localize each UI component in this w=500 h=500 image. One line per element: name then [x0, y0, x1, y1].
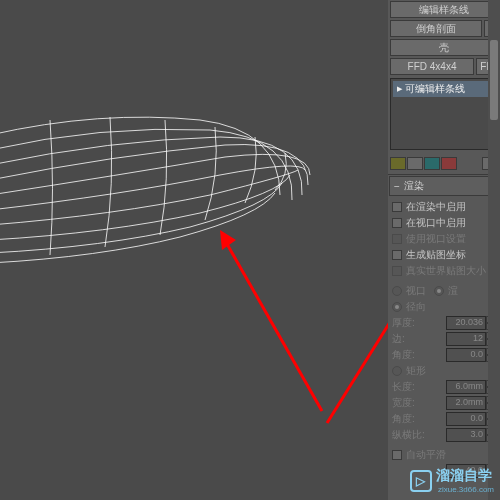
- real-world-checkbox: [392, 266, 402, 276]
- rectangular-radio: [392, 366, 402, 376]
- thickness-label: 厚度:: [392, 316, 419, 330]
- separator: [388, 174, 500, 175]
- r-angle-input: 0.0: [446, 412, 486, 426]
- width-label: 宽度:: [392, 396, 419, 410]
- r-angle-label: 角度:: [392, 412, 419, 426]
- scrollbar-thumb[interactable]: [490, 40, 498, 120]
- angle-row: 角度: 0.0 ▲▼: [392, 347, 496, 363]
- use-viewport-settings-row: 使用视口设置: [392, 231, 496, 247]
- viewport-radio-row: 视口: [392, 283, 426, 299]
- ffd-button[interactable]: FFD 4x4x4: [390, 58, 474, 75]
- auto-smooth-label: 自动平滑: [406, 448, 446, 462]
- length-row: 长度: 6.0mm ▲▼: [392, 379, 496, 395]
- enable-in-viewport-row[interactable]: 在视口中启用: [392, 215, 496, 231]
- sides-label: 边:: [392, 332, 409, 346]
- aspect-label: 纵横比:: [392, 428, 429, 442]
- render-radio: [434, 286, 444, 296]
- spline-wireframe: [0, 75, 388, 335]
- real-world-row: 真实世界贴图大小: [392, 263, 496, 279]
- modifier-stack-item[interactable]: 可编辑样条线: [393, 81, 495, 97]
- render-radio-row: 渲: [434, 283, 458, 299]
- enable-in-render-row[interactable]: 在渲染中启用: [392, 199, 496, 215]
- render-rollout-body: 在渲染中启用 在视口中启用 使用视口设置 生成贴图坐标 真实世界贴图大小 视口 …: [388, 197, 500, 483]
- sides-row: 边: 12 ▲▼: [392, 331, 496, 347]
- edit-spline-button[interactable]: 编辑样条线: [390, 1, 498, 18]
- real-world-label: 真实世界贴图大小: [406, 264, 486, 278]
- render-rollout-title: 渲染: [404, 179, 424, 193]
- gen-mapping-label: 生成贴图坐标: [406, 248, 466, 262]
- make-unique-icon[interactable]: [424, 157, 440, 170]
- gen-mapping-row[interactable]: 生成贴图坐标: [392, 247, 496, 263]
- play-icon: ▷: [410, 470, 432, 492]
- width-input: 2.0mm: [446, 396, 486, 410]
- watermark-url: zixue.3d66.com: [438, 485, 494, 494]
- panel-scrollbar[interactable]: [488, 0, 500, 500]
- shell-button[interactable]: 壳: [390, 39, 498, 56]
- auto-smooth-row: 自动平滑: [392, 447, 496, 463]
- aspect-row: 纵横比: 3.0 ▲▼: [392, 427, 496, 443]
- modifier-stack[interactable]: 可编辑样条线: [390, 78, 498, 150]
- modifier-stack-item-label: 可编辑样条线: [405, 82, 465, 96]
- modifier-panel: 编辑样条线 倒角剖面 壳 FFD 4x4x4 FN 可编辑样条线 渲染 在渲染中…: [388, 0, 500, 500]
- aspect-input: 3.0: [446, 428, 486, 442]
- enable-in-render-label: 在渲染中启用: [406, 200, 466, 214]
- viewport-radio-label: 视口: [406, 284, 426, 298]
- thickness-input: 20.036: [446, 316, 486, 330]
- sides-input: 12: [446, 332, 486, 346]
- radial-radio-row: 径向: [392, 299, 496, 315]
- length-input: 6.0mm: [446, 380, 486, 394]
- remove-modifier-icon[interactable]: [441, 157, 457, 170]
- pin-stack-icon[interactable]: [390, 157, 406, 170]
- radial-radio: [392, 302, 402, 312]
- length-label: 长度:: [392, 380, 419, 394]
- render-rollout-header[interactable]: 渲染: [389, 176, 499, 196]
- radial-label: 径向: [406, 300, 426, 314]
- gen-mapping-checkbox[interactable]: [392, 250, 402, 260]
- enable-in-render-checkbox[interactable]: [392, 202, 402, 212]
- rectangular-label: 矩形: [406, 364, 426, 378]
- viewport-3d[interactable]: [0, 0, 388, 500]
- angle-input: 0.0: [446, 348, 486, 362]
- stack-toolbar: [388, 154, 500, 173]
- chamfer-button[interactable]: 倒角剖面: [390, 20, 482, 37]
- render-radio-label: 渲: [448, 284, 458, 298]
- thickness-row: 厚度: 20.036 ▲▼: [392, 315, 496, 331]
- watermark-text: 溜溜自学: [436, 467, 494, 485]
- enable-in-viewport-label: 在视口中启用: [406, 216, 466, 230]
- show-end-result-icon[interactable]: [407, 157, 423, 170]
- viewport-radio: [392, 286, 402, 296]
- auto-smooth-checkbox: [392, 450, 402, 460]
- angle-label: 角度:: [392, 348, 419, 362]
- r-angle-row: 角度: 0.0 ▲▼: [392, 411, 496, 427]
- watermark: ▷ 溜溜自学 zixue.3d66.com: [410, 467, 494, 494]
- use-viewport-settings-label: 使用视口设置: [406, 232, 466, 246]
- use-viewport-settings-checkbox: [392, 234, 402, 244]
- width-row: 宽度: 2.0mm ▲▼: [392, 395, 496, 411]
- rectangular-radio-row: 矩形: [392, 363, 496, 379]
- enable-in-viewport-checkbox[interactable]: [392, 218, 402, 228]
